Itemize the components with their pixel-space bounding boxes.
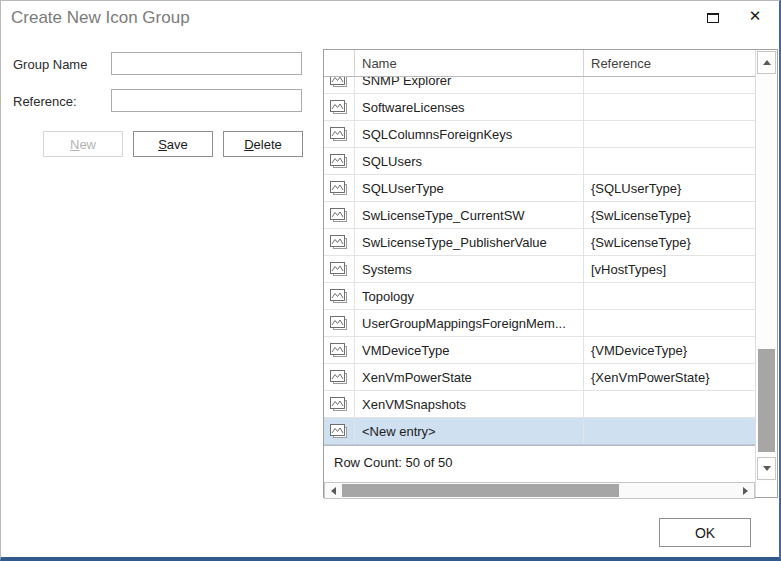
row-icon-cell [324, 175, 355, 201]
row-reference[interactable] [584, 77, 755, 93]
row-icon-cell [324, 310, 355, 336]
image-icon [330, 262, 348, 277]
image-icon [330, 316, 348, 331]
row-reference[interactable]: {SwLicenseType} [584, 229, 755, 255]
image-icon [330, 370, 348, 385]
row-reference[interactable]: [vHostTypes] [584, 256, 755, 282]
image-icon [330, 154, 348, 169]
close-icon: ✕ [749, 7, 762, 25]
column-header-reference[interactable]: Reference [584, 50, 755, 76]
row-icon-cell [324, 202, 355, 228]
row-icon-cell [324, 337, 355, 363]
row-name[interactable]: <New entry> [355, 418, 584, 444]
table-row[interactable]: SNMP Explorer [324, 77, 755, 94]
row-reference[interactable]: {SQLUserType} [584, 175, 755, 201]
maximize-icon [707, 13, 719, 23]
table-row[interactable]: Topology [324, 283, 755, 310]
delete-button[interactable]: Delete [223, 131, 303, 157]
row-reference[interactable]: {XenVmPowerState} [584, 364, 755, 390]
row-reference[interactable]: {VMDeviceType} [584, 337, 755, 363]
row-icon-cell [324, 418, 355, 444]
grid-status-bar: Row Count: 50 of 50 [324, 445, 755, 482]
row-reference[interactable] [584, 391, 755, 417]
table-row[interactable]: XenVmPowerState {XenVmPowerState} [324, 364, 755, 391]
row-name[interactable]: SQLUserType [355, 175, 584, 201]
row-reference[interactable] [584, 418, 755, 444]
horizontal-scrollbar-thumb[interactable] [342, 484, 619, 497]
row-name[interactable]: XenVmPowerState [355, 364, 584, 390]
row-name[interactable]: XenVMSnapshots [355, 391, 584, 417]
right-arrow-icon [743, 487, 748, 495]
horizontal-scrollbar[interactable] [324, 482, 755, 499]
row-name[interactable]: UserGroupMappingsForeignMem... [355, 310, 584, 336]
image-icon [330, 127, 348, 142]
row-reference[interactable] [584, 94, 755, 120]
row-reference[interactable] [584, 310, 755, 336]
row-name[interactable]: SwLicenseType_CurrentSW [355, 202, 584, 228]
reference-input[interactable] [111, 89, 302, 112]
row-icon-cell [324, 148, 355, 174]
image-icon [330, 289, 348, 304]
scroll-up-button[interactable] [757, 51, 776, 74]
table-row[interactable]: Systems [vHostTypes] [324, 256, 755, 283]
row-icon-cell [324, 364, 355, 390]
row-name[interactable]: SQLColumnsForeignKeys [355, 121, 584, 147]
image-icon [330, 181, 348, 196]
scroll-left-button[interactable] [325, 483, 342, 498]
horizontal-scrollbar-track[interactable] [342, 483, 737, 498]
vertical-scrollbar-track[interactable] [756, 75, 777, 456]
grid-rows: SNMP Explorer SoftwareLicenses [324, 77, 755, 445]
table-row[interactable]: SQLUserType {SQLUserType} [324, 175, 755, 202]
image-icon [330, 100, 348, 115]
row-reference[interactable] [584, 148, 755, 174]
table-row[interactable]: VMDeviceType {VMDeviceType} [324, 337, 755, 364]
image-icon [330, 208, 348, 223]
save-button[interactable]: Save [133, 131, 213, 157]
row-name[interactable]: VMDeviceType [355, 337, 584, 363]
image-icon [330, 343, 348, 358]
image-icon [330, 235, 348, 250]
vertical-scrollbar-thumb[interactable] [758, 349, 775, 452]
table-row[interactable]: SQLUsers [324, 148, 755, 175]
row-reference[interactable] [584, 283, 755, 309]
column-header-name[interactable]: Name [355, 50, 584, 76]
row-icon-cell [324, 94, 355, 120]
row-icon-cell [324, 229, 355, 255]
image-icon [330, 424, 348, 439]
row-icon-cell [324, 391, 355, 417]
scrollbar-corner [756, 481, 777, 497]
row-name[interactable]: SQLUsers [355, 148, 584, 174]
table-row[interactable]: SQLColumnsForeignKeys [324, 121, 755, 148]
row-name[interactable]: SwLicenseType_PublisherValue [355, 229, 584, 255]
row-icon-cell [324, 77, 355, 93]
group-name-input[interactable] [111, 52, 302, 75]
new-button[interactable]: New [43, 131, 123, 157]
row-name[interactable]: SoftwareLicenses [355, 94, 584, 120]
left-arrow-icon [331, 487, 336, 495]
up-arrow-icon [763, 60, 771, 65]
table-row[interactable]: XenVMSnapshots [324, 391, 755, 418]
scroll-right-button[interactable] [737, 483, 754, 498]
ok-button[interactable]: OK [659, 518, 751, 547]
maximize-button[interactable] [703, 9, 723, 27]
image-icon [330, 397, 348, 412]
vertical-scrollbar[interactable] [755, 50, 777, 497]
dialog-title: Create New Icon Group [11, 8, 190, 28]
row-name[interactable]: Systems [355, 256, 584, 282]
column-header-icon[interactable] [324, 50, 355, 76]
table-row[interactable]: SwLicenseType_CurrentSW {SwLicenseType} [324, 202, 755, 229]
close-button[interactable]: ✕ [745, 6, 765, 26]
table-row[interactable]: SoftwareLicenses [324, 94, 755, 121]
table-row[interactable]: UserGroupMappingsForeignMem... [324, 310, 755, 337]
row-name[interactable]: Topology [355, 283, 584, 309]
row-reference[interactable]: {SwLicenseType} [584, 202, 755, 228]
row-icon-cell [324, 283, 355, 309]
create-icon-group-dialog: Create New Icon Group ✕ Group Name Refer… [0, 0, 781, 561]
row-reference[interactable] [584, 121, 755, 147]
row-name[interactable]: SNMP Explorer [355, 77, 584, 93]
table-row[interactable]: <New entry> [324, 418, 755, 445]
table-row[interactable]: SwLicenseType_PublisherValue {SwLicenseT… [324, 229, 755, 256]
row-icon-cell [324, 121, 355, 147]
icon-group-grid: Name Reference SNMP Explorer [323, 49, 778, 498]
scroll-down-button[interactable] [757, 457, 776, 480]
